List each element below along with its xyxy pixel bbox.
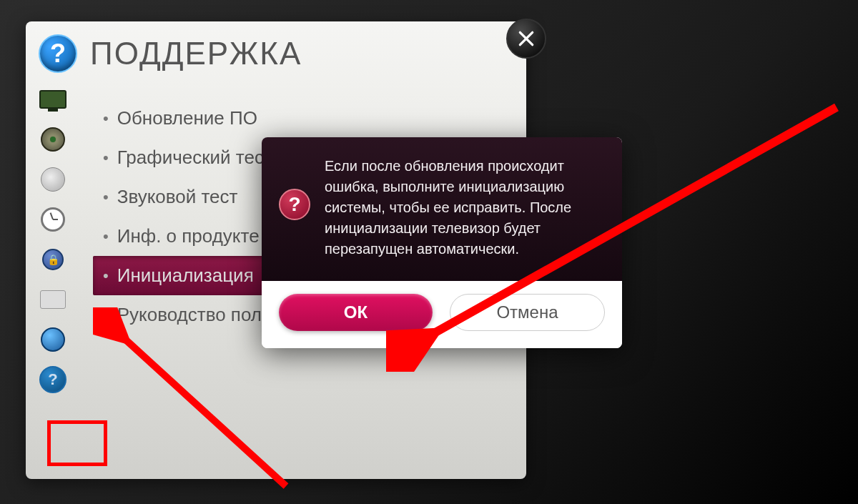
sidebar-item-lock[interactable]: 🔒 — [36, 244, 70, 275]
sidebar-item-audio[interactable] — [36, 124, 70, 154]
sidebar-item-channel[interactable] — [36, 164, 70, 194]
menu-label: Инициализация — [117, 265, 254, 287]
sidebar-item-option[interactable] — [36, 285, 70, 315]
menu-item-update[interactable]: •Обновление ПО — [93, 99, 518, 138]
bullet-icon: • — [103, 149, 109, 167]
menu-label: Графический тест — [117, 147, 272, 169]
monitor-icon — [39, 90, 66, 109]
close-icon — [517, 29, 536, 48]
disc-icon — [41, 127, 65, 152]
dialog-message-area: ? Если после обновления происходит ошибк… — [262, 137, 622, 281]
clock-icon — [41, 207, 65, 232]
close-button[interactable] — [506, 19, 546, 59]
sidebar-item-time[interactable] — [36, 204, 70, 234]
bullet-icon: • — [103, 267, 109, 285]
question-icon: ? — [279, 189, 310, 220]
sidebar-item-picture[interactable] — [36, 84, 70, 114]
help-small-icon: ? — [39, 366, 66, 393]
sidebar: 🔒 ? — [26, 79, 80, 472]
cancel-button[interactable]: Отмена — [450, 294, 605, 331]
bullet-icon: • — [103, 188, 109, 207]
card-icon — [40, 290, 66, 309]
sidebar-item-support[interactable]: ? — [36, 365, 70, 395]
menu-label: Инф. о продукте — [117, 225, 260, 247]
menu-label: Обновление ПО — [117, 107, 257, 129]
page-title: ПОДДЕРЖКА — [90, 36, 302, 71]
confirm-dialog: ? Если после обновления происходит ошибк… — [262, 137, 622, 348]
help-icon: ? — [39, 34, 77, 73]
globe-icon — [41, 327, 65, 352]
bullet-icon: • — [103, 109, 109, 128]
dialog-buttons: ОК Отмена — [262, 281, 622, 348]
bullet-icon: • — [103, 306, 109, 325]
dialog-message: Если после обновления происходит ошибка,… — [325, 156, 601, 260]
bullet-icon: • — [103, 227, 109, 246]
lock-icon: 🔒 — [42, 249, 64, 270]
sidebar-item-network[interactable] — [36, 325, 70, 355]
panel-header: ? ПОДДЕРЖКА — [26, 21, 526, 79]
ok-button[interactable]: ОК — [279, 294, 433, 331]
satellite-dish-icon — [41, 167, 65, 192]
menu-label: Звуковой тест — [117, 186, 238, 208]
